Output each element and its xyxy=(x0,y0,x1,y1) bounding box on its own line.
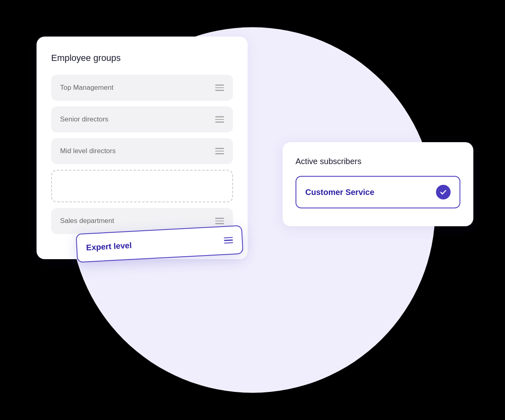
drag-handle-icon[interactable] xyxy=(215,218,224,224)
active-subscribers-title: Active subscribers xyxy=(296,157,460,166)
drag-handle-icon[interactable] xyxy=(215,84,224,91)
selected-check-icon xyxy=(436,185,451,199)
group-item-label: Sales department xyxy=(60,217,114,225)
list-item[interactable]: Senior directors xyxy=(51,106,233,132)
active-subscribers-card: Active subscribers Customer Service xyxy=(283,142,473,226)
employee-groups-card: Employee groups Top Management Senior di… xyxy=(37,37,248,259)
drag-handle-icon[interactable] xyxy=(215,116,224,123)
subscriber-item-label: Customer Service xyxy=(305,188,374,197)
group-item-label: Senior directors xyxy=(60,115,108,123)
drag-handle-icon[interactable] xyxy=(224,237,233,244)
dragged-item-label: Expert level xyxy=(86,241,132,253)
group-item-label: Top Management xyxy=(60,84,113,92)
list-item[interactable]: Mid level directors xyxy=(51,138,233,164)
group-item-label: Mid level directors xyxy=(60,147,116,155)
drag-handle-icon[interactable] xyxy=(215,148,224,154)
list-item[interactable]: Customer Service xyxy=(296,176,460,208)
drop-zone xyxy=(51,170,233,202)
list-item[interactable]: Top Management xyxy=(51,75,233,101)
scene: Employee groups Top Management Senior di… xyxy=(0,0,505,420)
employee-groups-title: Employee groups xyxy=(51,53,233,63)
